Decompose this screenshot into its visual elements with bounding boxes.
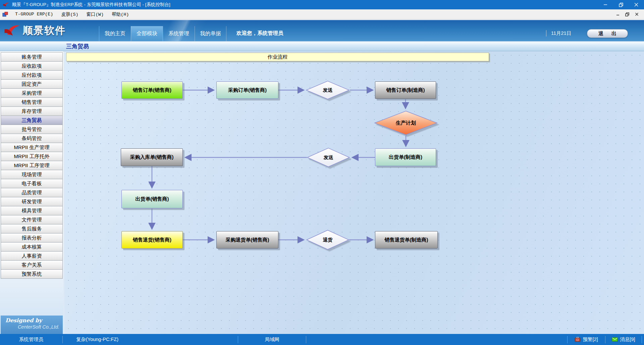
sidebar-item[interactable]: 电子看板 xyxy=(1,179,63,188)
sidebar-item[interactable]: 文件管理 xyxy=(1,215,63,224)
flow-decision-production-plan[interactable]: 生产计划 xyxy=(374,111,438,135)
menu-item-window[interactable]: 窗口(W) xyxy=(83,9,108,19)
flow-node-purchase-return-seller[interactable]: 采购退货单(销售商) xyxy=(216,231,278,249)
sidebar-item[interactable]: MRPII 工序管理 xyxy=(1,161,63,170)
window-titlebar: 顺景『T-GROUP』制造业ERP系统 - 东莞顺景软件科技有限公司 - [系统… xyxy=(0,0,644,9)
alerts-label: 预警[2] xyxy=(583,336,598,343)
brand-name: 顺景软件 xyxy=(23,24,66,38)
status-separator xyxy=(306,336,306,343)
mdi-restore-button[interactable] xyxy=(623,11,632,18)
menu-item-skin[interactable]: 皮肤(S) xyxy=(57,9,82,19)
workflow-banner: 作业流程 xyxy=(66,53,489,61)
flow-node-purchase-receipt-seller[interactable]: 采购入库单(销售商) xyxy=(121,148,183,166)
sidebar-item[interactable]: 售后服务 xyxy=(1,224,63,233)
company-label: CenterSoft Co.,Ltd. xyxy=(5,324,59,330)
sidebar-item-selected[interactable]: 三角贸易 xyxy=(1,116,63,125)
sidebar-item[interactable]: MRPII 生产管理 xyxy=(1,143,63,152)
restore-icon xyxy=(625,12,629,16)
sidebar-item[interactable]: 账务管理 xyxy=(1,52,63,62)
tab-my-home[interactable]: 我的主页 xyxy=(99,26,131,41)
decision-label: 退货 xyxy=(323,237,333,243)
module-sidebar: 账务管理 应收款项 应付款项 固定资产 采购管理 销售管理 库存管理 三角贸易 … xyxy=(0,51,64,334)
flow-node-sales-order-seller[interactable]: 销售订单(销售商) xyxy=(121,81,183,99)
alert-kit-icon xyxy=(575,337,581,342)
flow-node-shipment-seller[interactable]: 出货单(销售商) xyxy=(121,190,183,208)
status-user: 系统管理员 xyxy=(0,336,62,343)
restore-icon xyxy=(619,3,623,7)
flow-node-purchase-order-seller[interactable]: 采购订单(销售商) xyxy=(216,81,278,99)
sidebar-item[interactable]: 预警系统 xyxy=(1,269,63,279)
sidebar-item[interactable]: 采购管理 xyxy=(1,88,63,98)
designed-by-panel: Designed by CenterSoft Co.,Ltd. xyxy=(1,316,63,334)
mdi-minimize-button[interactable] xyxy=(613,11,623,18)
status-alerts[interactable]: 预警[2] xyxy=(568,336,605,343)
sidebar-item[interactable]: 条码管控 xyxy=(1,134,63,143)
flow-node-sales-return-manufacturer[interactable]: 销售退货单(制造商) xyxy=(375,231,438,249)
messages-label: 消息[9] xyxy=(620,336,635,343)
minimize-icon xyxy=(603,3,607,7)
tab-all-modules[interactable]: 全部模块 xyxy=(131,26,163,41)
brand-swoosh-icon xyxy=(3,23,21,38)
flow-node-sales-order-manufacturer[interactable]: 销售订单(制造商) xyxy=(375,81,436,99)
brand-logo: 顺景软件 xyxy=(3,23,66,38)
sidebar-item[interactable]: 品质管理 xyxy=(1,188,63,197)
sidebar-item[interactable]: 应收款项 xyxy=(1,61,63,71)
window-title: 顺景『T-GROUP』制造业ERP系统 - 东莞顺景软件科技有限公司 - [系统… xyxy=(12,2,170,8)
window-restore-button[interactable] xyxy=(613,0,629,9)
sidebar-item[interactable]: 应付款项 xyxy=(1,70,63,80)
decision-label: 生产计划 xyxy=(396,120,416,126)
welcome-text: 欢迎您，系统管理员 xyxy=(236,30,283,37)
header-tabs: 我的主页 全部模块 系统管理 我的单据 xyxy=(99,26,226,41)
tab-system-management[interactable]: 系统管理 xyxy=(163,26,195,41)
status-messages[interactable]: 消息[9] xyxy=(605,336,642,343)
menu-bar: T-GROUP ERP(E) 皮肤(S) 窗口(W) 帮助(H) xyxy=(0,9,644,19)
app-logo-icon xyxy=(3,1,9,8)
status-computer: 复杂(Young-PC:FZ) xyxy=(63,336,238,343)
sidebar-item[interactable]: 批号管控 xyxy=(1,125,63,134)
sidebar-item[interactable]: 报表分析 xyxy=(1,233,63,243)
decision-label: 发送 xyxy=(323,87,333,93)
sidebar-item[interactable]: 库存管理 xyxy=(1,107,63,116)
designed-by-label: Designed by xyxy=(5,317,59,324)
window-close-button[interactable] xyxy=(629,0,644,9)
close-icon xyxy=(634,3,638,7)
mdi-close-button[interactable] xyxy=(632,11,641,18)
flow-node-shipment-manufacturer[interactable]: 出货单(制造商) xyxy=(375,148,436,166)
sidebar-item[interactable]: 固定资产 xyxy=(1,79,63,89)
window-minimize-button[interactable] xyxy=(598,0,613,9)
sidebar-item[interactable]: 销售管理 xyxy=(1,97,63,107)
app-header: 顺景软件 我的主页 全部模块 系统管理 我的单据 欢迎您，系统管理员 11月21… xyxy=(0,19,644,42)
sidebar-item[interactable]: MRPII 工序托外 xyxy=(1,152,63,161)
current-module-title: 三角贸易 xyxy=(66,43,89,50)
flow-node-sales-return-seller[interactable]: 销售退货(销售商) xyxy=(121,231,183,249)
mdi-document-icon xyxy=(2,12,8,17)
status-network: 局域网 xyxy=(238,336,306,343)
exit-button[interactable]: 退 出 xyxy=(587,29,628,38)
workflow-canvas: 作业流程 销售订单(销售商) 采购订单(销售商) 发送 销售订单(制造商) 生产… xyxy=(64,51,644,334)
flow-decision-send-2[interactable]: 发送 xyxy=(307,148,350,167)
sidebar-item[interactable]: 客户关系 xyxy=(1,260,63,270)
close-icon xyxy=(635,12,639,16)
header-date: 11月21日 xyxy=(546,30,571,37)
tab-my-documents[interactable]: 我的单据 xyxy=(195,26,226,41)
sidebar-item[interactable]: 研发管理 xyxy=(1,197,63,206)
breadcrumb-bar: 三角贸易 xyxy=(0,42,644,51)
sidebar-item[interactable]: 人事薪资 xyxy=(1,251,63,261)
sidebar-item[interactable]: 成本核算 xyxy=(1,242,63,252)
decision-label: 发送 xyxy=(324,154,333,161)
sidebar-item-list: 账务管理 应收款项 应付款项 固定资产 采购管理 销售管理 库存管理 三角贸易 … xyxy=(0,51,63,279)
message-envelope-icon xyxy=(612,337,618,342)
content-area: 账务管理 应收款项 应付款项 固定资产 采购管理 销售管理 库存管理 三角贸易 … xyxy=(0,51,644,334)
minimize-icon xyxy=(616,12,620,16)
status-separator xyxy=(642,336,642,343)
sidebar-item[interactable]: 现场管理 xyxy=(1,170,63,179)
flow-decision-send-1[interactable]: 发送 xyxy=(306,81,350,99)
flow-decision-return[interactable]: 退货 xyxy=(306,230,349,250)
sidebar-item[interactable]: 模具管理 xyxy=(1,206,63,215)
menu-item-tgroup-erp[interactable]: T-GROUP ERP(E) xyxy=(11,9,57,19)
status-bar: 系统管理员 复杂(Young-PC:FZ) 局域网 预警[2] 消息[9] xyxy=(0,334,644,345)
menu-item-help[interactable]: 帮助(H) xyxy=(108,9,133,19)
